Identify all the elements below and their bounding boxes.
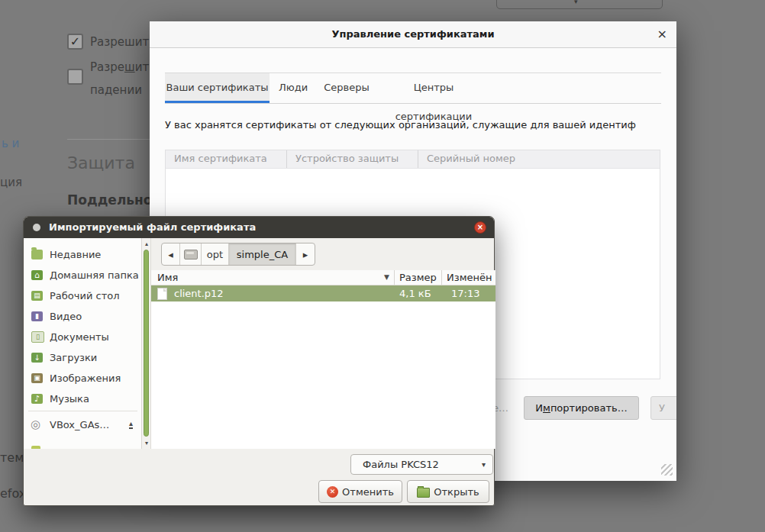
downloads-icon: ↓	[31, 353, 43, 363]
cert-tabstrip: Ваши сертификаты Люди Серверы Центры сер…	[165, 73, 661, 104]
sidebar-item-partial[interactable]	[24, 440, 142, 449]
eject-icon[interactable]: ▴	[129, 420, 133, 429]
file-row-selected[interactable]: client.p12 4,1 кБ 17:13	[151, 285, 495, 301]
tab-servers[interactable]: Серверы	[317, 73, 376, 103]
partial-delete-button[interactable]: У	[650, 396, 676, 420]
file-list-area: ◂ opt simple_CA ▸ Имя▼ Размер Изменён cl…	[151, 238, 495, 449]
file-icon	[157, 288, 167, 300]
sort-desc-icon: ▼	[384, 270, 389, 285]
path-segment-opt[interactable]: opt	[202, 243, 229, 265]
file-chooser-title: Импортируемый файл сертификата	[49, 217, 256, 238]
close-icon[interactable]: ×	[474, 221, 486, 234]
desktop-icon: ▤	[31, 291, 43, 301]
file-size: 4,1 кБ	[395, 285, 442, 301]
crash-report-label-line1: Разрешить	[90, 60, 150, 74]
drive-icon	[31, 446, 40, 449]
crash-report-checkbox-unchecked[interactable]	[67, 69, 83, 85]
background-link-fragment[interactable]: ь и	[2, 137, 19, 150]
column-serial-number[interactable]: Серийный номер	[418, 150, 660, 168]
resize-grip[interactable]	[661, 464, 673, 476]
chevron-left-icon: ◂	[168, 249, 173, 260]
certificates-table-header: Имя сертификата Устройство защиты Серийн…	[166, 150, 660, 169]
security-section-heading: Защита	[67, 153, 135, 172]
file-modified: 17:13	[442, 285, 495, 301]
home-icon: ⌂	[31, 270, 43, 280]
chevron-right-icon: ▸	[303, 249, 308, 260]
file-chooser-dialog: Импортируемый файл сертификата × Недавни…	[23, 216, 495, 506]
sidebar-item-home[interactable]: ⌂Домашняя папка	[24, 265, 142, 285]
tab-authorities[interactable]: Центры сертификации	[376, 73, 491, 103]
allow-checkbox-checked[interactable]: ✓	[67, 34, 83, 50]
places-sidebar: Недавние ⌂Домашняя папка ▤Рабочий стол ▮…	[24, 238, 142, 449]
cancel-button[interactable]: ✕ Отменить	[318, 480, 402, 503]
column-name[interactable]: Имя▼	[151, 270, 395, 285]
sidebar-separator	[28, 411, 137, 411]
sidebar-item-video[interactable]: ▮Видео	[24, 306, 142, 327]
crash-report-label-line2: падении	[90, 83, 150, 97]
cert-dialog-title: Управление сертификатами	[150, 21, 676, 47]
sidebar-item-documents[interactable]: ▯Документы	[24, 327, 142, 347]
check-icon: ✓	[70, 34, 80, 49]
background-text-fragment: ция	[0, 176, 22, 189]
deceptive-content-heading: Поддельно	[67, 192, 153, 208]
column-security-device[interactable]: Устройство защиты	[287, 150, 418, 168]
chevron-down-icon: ▾	[574, 0, 578, 5]
file-list-header: Имя▼ Размер Изменён	[151, 270, 495, 285]
path-bar: ◂ opt simple_CA ▸	[161, 243, 315, 266]
video-icon: ▮	[31, 311, 43, 321]
sidebar-item-music[interactable]: ♪Музыка	[24, 389, 142, 409]
background-dropdown-partial[interactable]: ▾	[496, 0, 663, 9]
desktop: ▾ ✓ Разрешит Разрешить падении ь и Защит…	[0, 0, 765, 532]
documents-icon: ▯	[31, 331, 44, 343]
column-modified[interactable]: Изменён	[442, 270, 495, 285]
column-certificate-name[interactable]: Имя сертификата	[166, 150, 287, 168]
column-size[interactable]: Размер	[395, 270, 442, 285]
file-name: client.p12	[174, 288, 224, 299]
cert-dialog-titlebar: Управление сертификатами ×	[150, 21, 676, 48]
sidebar-scrollbar: ▴ ▾	[142, 238, 151, 449]
music-icon: ♪	[31, 394, 43, 404]
scrollbar-thumb[interactable]	[144, 250, 149, 437]
scroll-up-icon[interactable]: ▴	[142, 240, 151, 247]
chevron-down-icon: ▾	[482, 455, 486, 474]
allow-checkbox-label: Разрешит	[90, 35, 150, 49]
close-icon[interactable]: ×	[657, 21, 667, 47]
window-icon	[33, 224, 40, 231]
tab-your-certificates[interactable]: Ваши сертификаты	[165, 73, 270, 103]
pictures-icon: ▣	[31, 373, 43, 383]
disk-icon	[184, 250, 198, 260]
file-type-filter[interactable]: Файлы PKCS12 ▾	[350, 454, 493, 475]
path-forward-button[interactable]: ▸	[296, 243, 315, 265]
section-divider	[67, 139, 150, 140]
sidebar-item-downloads[interactable]: ↓Загрузки	[24, 347, 142, 368]
recent-icon	[31, 250, 43, 260]
scroll-down-icon[interactable]: ▾	[142, 440, 151, 447]
cancel-icon: ✕	[327, 486, 338, 498]
cd-icon: ◎	[31, 418, 40, 431]
sidebar-item-desktop[interactable]: ▤Рабочий стол	[24, 285, 142, 306]
path-segment-current[interactable]: simple_CA	[229, 243, 296, 265]
tab-people[interactable]: Люди	[270, 73, 317, 103]
file-chooser-titlebar[interactable]: Импортируемый файл сертификата ×	[24, 217, 494, 238]
path-drive-button[interactable]	[180, 243, 202, 265]
path-back-button[interactable]: ◂	[162, 243, 180, 265]
sidebar-item-vbox-cd[interactable]: ◎ VBox_GAs… ▴	[24, 414, 142, 435]
sidebar-item-pictures[interactable]: ▣Изображения	[24, 368, 142, 389]
cert-intro-text: У вас хранятся сертификаты от следующих …	[165, 119, 661, 133]
sidebar-item-recent[interactable]: Недавние	[24, 244, 142, 265]
open-folder-icon	[417, 488, 430, 498]
open-button[interactable]: Открыть	[407, 480, 489, 503]
import-button[interactable]: Импортировать…	[524, 396, 639, 420]
